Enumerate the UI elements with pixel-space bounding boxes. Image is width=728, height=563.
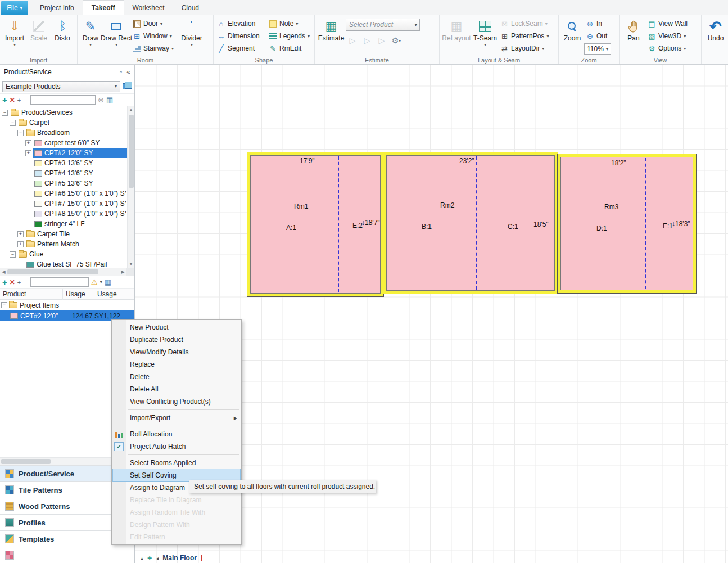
column-header-usage[interactable]: Usage — [63, 289, 94, 300]
select-product-combo[interactable]: Select Product ▾ — [346, 19, 420, 31]
note-button[interactable]: Note ▾ — [267, 19, 312, 29]
scrollbar-thumb[interactable] — [129, 115, 134, 188]
draw-button[interactable]: ✎ Draw ▾ — [79, 16, 102, 55]
zoom-in-button[interactable]: ⊕ In — [584, 19, 617, 29]
expand-icon[interactable]: + — [17, 241, 24, 247]
expand-collapse-buttons[interactable]: + - — [17, 279, 28, 286]
disto-button[interactable]: ᛒ Disto — [50, 16, 75, 55]
library-manager-icon[interactable] — [123, 83, 129, 89]
delete-product-button[interactable]: ✕ — [10, 96, 15, 104]
menu-item-view-conflicting-product-s[interactable]: View Conflicting Product(s) — [112, 395, 241, 408]
pan-button[interactable]: Pan — [621, 16, 646, 55]
room-rm1[interactable]: 17'9" Rm1 A:1 E:2 ↓18'7" — [247, 152, 383, 296]
add-product-button[interactable]: + — [2, 95, 7, 105]
room-rm3[interactable]: 18'2" Rm3 D:1 E:1 ↓18'3" — [558, 154, 696, 293]
collapse-icon[interactable]: − — [1, 302, 7, 308]
zoom-button[interactable]: Zoom — [560, 16, 584, 55]
expand-icon[interactable]: + — [25, 140, 31, 146]
delete-item-button[interactable]: ✕ — [10, 278, 15, 286]
expand-icon[interactable]: + — [25, 150, 31, 156]
tree-item-cpt-5-13-6-sy[interactable]: CPT#5 13'6" SY — [0, 178, 127, 188]
collapse-panel-icon[interactable]: « — [126, 68, 130, 76]
file-menu-button[interactable]: File ▾ — [1, 1, 28, 15]
menu-item-project-auto-hatch[interactable]: ✔Project Auto Hatch — [112, 440, 241, 453]
menu-item-delete-all[interactable]: Delete All — [112, 383, 241, 395]
tree-item-glue[interactable]: −Glue — [0, 249, 127, 259]
project-search-input[interactable] — [30, 277, 89, 287]
tree-item-stringer-4-lf[interactable]: stringer 4" LF — [0, 219, 127, 229]
collapse-icon[interactable]: − — [17, 130, 24, 136]
column-header-product[interactable]: Product — [0, 289, 63, 300]
dimension-button[interactable]: ↔ Dimension — [215, 31, 267, 41]
estimate-run-all-button[interactable]: ▷ — [375, 34, 388, 47]
t-seam-button[interactable]: T-Seam ▾ — [472, 16, 499, 55]
grid-view-icon[interactable]: ▦ — [105, 278, 111, 286]
relayout-button[interactable]: ▦ ReLayout — [441, 16, 472, 55]
view3d-button[interactable]: ▧ View3D ▾ — [646, 31, 698, 41]
draw-rect-button[interactable]: Draw Rect ▾ — [102, 16, 131, 55]
estimate-settings-button[interactable]: ⚙▾ — [390, 34, 403, 47]
view-wall-button[interactable]: ▤ View Wall — [646, 19, 698, 29]
expand-icon[interactable]: + — [17, 231, 24, 237]
warning-icon[interactable]: ⚠ — [91, 278, 98, 286]
menu-item-import-export[interactable]: Import/Export▶ — [112, 412, 241, 424]
tab-project-info[interactable]: Project Info — [31, 0, 83, 15]
menu-item-roll-allocation[interactable]: Roll Allocation — [112, 428, 241, 440]
collapse-icon[interactable]: − — [10, 251, 16, 258]
tree-item-carpet-tile[interactable]: +Carpet Tile — [0, 229, 127, 239]
floor-tab-main-floor[interactable]: Main Floor — [162, 554, 197, 562]
elevation-button[interactable]: ⌂ Elevation — [215, 19, 267, 29]
tree-item-cpt-2-12-0-sy[interactable]: +CPT#2 12'0" SY — [0, 148, 127, 158]
collapse-icon[interactable]: − — [10, 120, 16, 126]
rmedit-button[interactable]: ✎ RmEdit — [267, 43, 312, 53]
menu-item-duplicate-product[interactable]: Duplicate Product — [112, 334, 241, 346]
tree-item-cpt-8-15-0-1-0-x-1-0-sy[interactable]: CPT#8 15'0" (1'0" x 1'0") SY — [0, 209, 127, 219]
prev-floor-icon[interactable]: ◂ — [156, 555, 159, 561]
layoutdir-button[interactable]: ⇄ LayoutDir ▾ — [499, 43, 554, 53]
product-library-combo[interactable]: Example Products ▾ — [2, 81, 120, 92]
scrollbar-thumb[interactable] — [7, 269, 98, 274]
scroll-right-icon[interactable]: ▶ — [119, 268, 126, 276]
tab-takeoff[interactable]: Takeoff — [83, 0, 124, 15]
add-item-button[interactable]: + — [2, 277, 7, 287]
window-button[interactable]: ⊞ Window ▾ — [131, 31, 178, 41]
expand-collapse-buttons[interactable]: + - — [17, 97, 28, 103]
tree-item-cpt-4-13-6-sy[interactable]: CPT#4 13'6" SY — [0, 168, 127, 178]
chevron-down-icon[interactable]: ▾ — [100, 280, 102, 285]
undo-button[interactable]: ↶ Undo — [703, 16, 728, 55]
patternpos-button[interactable]: ⊞ PatternPos ▾ — [499, 31, 554, 41]
segment-button[interactable]: ╱ Segment — [215, 43, 267, 53]
clear-search-icon[interactable]: ⊗ — [98, 96, 104, 104]
lockseam-button[interactable]: ⊠ LockSeam ▾ — [499, 19, 554, 29]
collapse-icon[interactable]: − — [2, 110, 8, 116]
room-rm2[interactable]: 23'2" Rm2 B:1 C:1 18'5" — [383, 152, 558, 294]
options-button[interactable]: ⚙ Options ▾ — [646, 43, 698, 53]
stairway-button[interactable]: Stairway ▾ — [131, 43, 178, 53]
scrollbar-thumb[interactable] — [1, 459, 51, 464]
tree-item-cpt-3-13-6-sy[interactable]: CPT#3 13'6" SY — [0, 158, 127, 168]
scroll-down-icon[interactable]: ▼ — [128, 260, 135, 268]
tree-item-glue-test-sf-75-sf-pail[interactable]: Glue test SF 75 SF/Pail — [0, 259, 127, 268]
tab-worksheet[interactable]: Worksheet — [124, 0, 173, 15]
import-button[interactable]: ⇓ Import ▾ — [2, 16, 28, 55]
estimate-run-selected-button[interactable]: ▷ — [360, 34, 374, 47]
tree-item-pattern-match[interactable]: +Pattern Match — [0, 239, 127, 249]
tree-item-broadloom[interactable]: −Broadloom — [0, 128, 127, 138]
estimate-button[interactable]: ▦ Estimate — [316, 16, 346, 55]
grid-view-icon[interactable]: ▦ — [106, 96, 113, 104]
float-panel-icon[interactable]: ▫ — [120, 68, 122, 76]
project-items-root-row[interactable]: − Project Items — [0, 300, 134, 310]
estimate-run-button[interactable]: ▷ — [346, 34, 359, 47]
tree-item-cpt-7-15-0-1-0-x-1-0-sy[interactable]: CPT#7 15'0" (1'0" x 1'0") SY — [0, 199, 127, 209]
tree-item-cpt-6-15-0-1-0-x-1-0-sy[interactable]: CPT#6 15'0" (1'0" x 1'0") SY — [0, 188, 127, 199]
dock-tabs-icon[interactable]: ▴ — [141, 555, 143, 561]
tree-item-carpet-test-6-0-sy[interactable]: +carpet test 6'0" SY — [0, 138, 127, 148]
scroll-left-icon[interactable]: ◀ — [0, 268, 7, 276]
divider-button[interactable]: Divider ▾ — [178, 16, 205, 55]
product-search-input[interactable] — [30, 95, 96, 105]
tree-item-product-services[interactable]: −Product/Services — [0, 107, 127, 118]
menu-item-select-rooms-applied[interactable]: Select Rooms Applied — [112, 457, 241, 469]
menu-item-new-product[interactable]: New Product — [112, 321, 241, 334]
menu-item-replace[interactable]: Replace — [112, 358, 241, 371]
nav-item-partial[interactable] — [0, 547, 134, 563]
